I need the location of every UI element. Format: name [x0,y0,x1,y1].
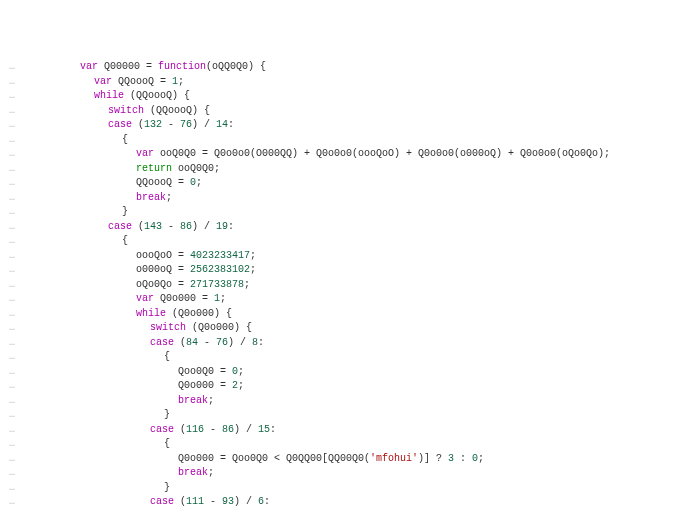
fold-gutter-marker[interactable]: … [0,263,24,278]
fold-gutter-marker[interactable]: … [0,191,24,206]
code-line[interactable]: …{ [0,133,690,148]
code-content[interactable]: switch (QQoooQ) { [108,104,690,119]
code-line[interactable]: …return ooQ0Q0; [0,162,690,177]
code-line[interactable]: …var Q0o000 = 1; [0,292,690,307]
code-line[interactable]: …case (111 - 93) / 6: [0,495,690,507]
code-content[interactable]: { [122,234,690,249]
code-content[interactable]: { [164,437,690,452]
fold-gutter-marker[interactable]: … [0,321,24,336]
code-content[interactable]: { [122,133,690,148]
code-content[interactable]: return ooQ0Q0; [136,162,690,177]
fold-gutter-marker[interactable]: … [0,423,24,438]
code-line[interactable]: …{ [0,437,690,452]
code-line[interactable]: …} [0,408,690,423]
code-line[interactable]: …var ooQ0Q0 = Q0o0o0(O000QQ) + Q0o0o0(oo… [0,147,690,162]
code-content[interactable]: Qoo0Q0 = 0; [178,365,690,380]
fold-gutter-marker[interactable]: … [0,249,24,264]
code-line[interactable]: …case (132 - 76) / 14: [0,118,690,133]
code-content[interactable]: Q0o000 = Qoo0Q0 < Q0QQ00[QQ00Q0('mfohui'… [178,452,690,467]
code-line[interactable]: …while (QQoooQ) { [0,89,690,104]
code-content[interactable]: } [164,408,690,423]
code-line[interactable]: …Qoo0Q0 = 0; [0,365,690,380]
code-line[interactable]: …var QQoooQ = 1; [0,75,690,90]
fold-gutter-marker[interactable]: … [0,379,24,394]
code-line[interactable]: …QQoooQ = 0; [0,176,690,191]
code-line[interactable]: …switch (Q0o000) { [0,321,690,336]
fold-gutter-marker[interactable]: … [0,60,24,75]
code-line[interactable]: …oooQoO = 4023233417; [0,249,690,264]
code-content[interactable]: while (Q0o000) { [136,307,690,322]
fold-gutter-marker[interactable]: … [0,220,24,235]
fold-gutter-marker[interactable]: … [0,350,24,365]
code-content[interactable]: switch (Q0o000) { [150,321,690,336]
fold-gutter-marker[interactable]: … [0,147,24,162]
code-line[interactable]: …switch (QQoooQ) { [0,104,690,119]
code-line[interactable]: …case (116 - 86) / 15: [0,423,690,438]
code-content[interactable]: case (132 - 76) / 14: [108,118,690,133]
code-content[interactable]: while (QQoooQ) { [94,89,690,104]
code-content[interactable]: } [122,205,690,220]
fold-gutter-marker[interactable]: … [0,307,24,322]
code-line[interactable]: …case (84 - 76) / 8: [0,336,690,351]
code-content[interactable]: oooQoO = 4023233417; [136,249,690,264]
code-content[interactable]: var Q00000 = function(oQQ0Q0) { [80,60,690,75]
fold-gutter-marker[interactable]: … [0,104,24,119]
code-content[interactable]: break; [178,394,690,409]
fold-gutter-marker[interactable]: … [0,205,24,220]
fold-gutter-marker[interactable]: … [0,118,24,133]
code-content[interactable]: case (143 - 86) / 19: [108,220,690,235]
code-editor[interactable]: …var Q00000 = function(oQQ0Q0) {…var QQo… [0,58,690,507]
fold-gutter-marker[interactable]: … [0,176,24,191]
code-content[interactable]: case (116 - 86) / 15: [150,423,690,438]
fold-gutter-marker[interactable]: … [0,495,24,507]
code-content[interactable]: break; [136,191,690,206]
fold-gutter-marker[interactable]: … [0,292,24,307]
code-content[interactable]: { [164,350,690,365]
code-content[interactable]: break; [178,466,690,481]
code-line[interactable]: …} [0,481,690,496]
code-line[interactable]: …while (Q0o000) { [0,307,690,322]
code-line[interactable]: …{ [0,234,690,249]
code-content[interactable]: var QQoooQ = 1; [94,75,690,90]
code-line[interactable]: …break; [0,466,690,481]
code-line[interactable]: …} [0,205,690,220]
fold-gutter-marker[interactable]: … [0,365,24,380]
fold-gutter-marker[interactable]: … [0,481,24,496]
fold-gutter-marker[interactable]: … [0,408,24,423]
code-line[interactable]: …Q0o000 = Qoo0Q0 < Q0QQ00[QQ00Q0('mfohui… [0,452,690,467]
code-line[interactable]: …{ [0,350,690,365]
code-content[interactable]: QQoooQ = 0; [136,176,690,191]
code-content[interactable]: oQo0Qo = 271733878; [136,278,690,293]
code-line[interactable]: …break; [0,191,690,206]
fold-gutter-marker[interactable]: … [0,452,24,467]
code-content[interactable]: case (84 - 76) / 8: [150,336,690,351]
fold-gutter-marker[interactable]: … [0,466,24,481]
fold-gutter-marker[interactable]: … [0,162,24,177]
code-line[interactable]: …case (143 - 86) / 19: [0,220,690,235]
fold-gutter-marker[interactable]: … [0,336,24,351]
code-content[interactable]: o000oQ = 2562383102; [136,263,690,278]
code-content[interactable]: var Q0o000 = 1; [136,292,690,307]
fold-gutter-marker[interactable]: … [0,437,24,452]
code-line[interactable]: …Q0o000 = 2; [0,379,690,394]
fold-gutter-marker[interactable]: … [0,278,24,293]
fold-gutter-marker[interactable]: … [0,234,24,249]
code-content[interactable]: var ooQ0Q0 = Q0o0o0(O000QQ) + Q0o0o0(ooo… [136,147,690,162]
code-line[interactable]: …var Q00000 = function(oQQ0Q0) { [0,60,690,75]
fold-gutter-marker[interactable]: … [0,133,24,148]
code-content[interactable]: Q0o000 = 2; [178,379,690,394]
fold-gutter-marker[interactable]: … [0,75,24,90]
code-line[interactable]: …oQo0Qo = 271733878; [0,278,690,293]
fold-gutter-marker[interactable]: … [0,394,24,409]
code-line[interactable]: …break; [0,394,690,409]
fold-gutter-marker[interactable]: … [0,89,24,104]
code-content[interactable]: } [164,481,690,496]
code-line[interactable]: …o000oQ = 2562383102; [0,263,690,278]
code-content[interactable]: case (111 - 93) / 6: [150,495,690,507]
